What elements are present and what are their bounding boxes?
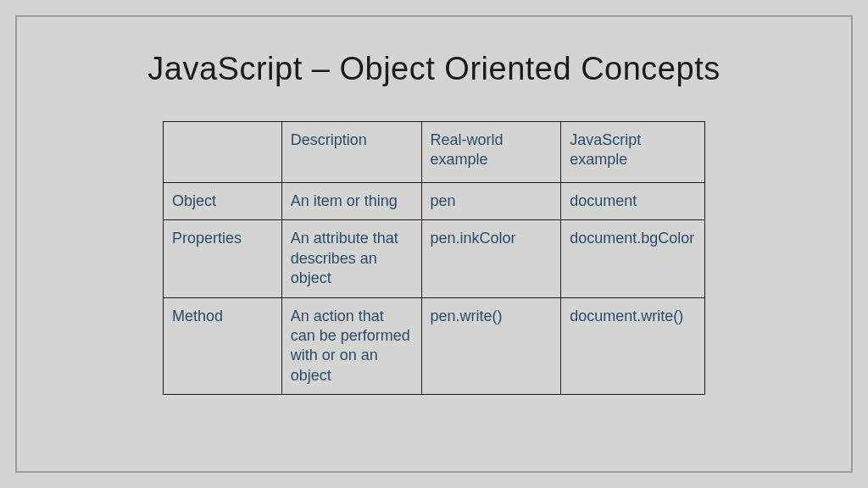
- header-description: Description: [281, 122, 421, 183]
- row-js: document: [561, 183, 705, 220]
- header-js: JavaScript example: [561, 122, 705, 183]
- row-realworld: pen.write(): [421, 297, 561, 395]
- row-label: Properties: [164, 220, 282, 297]
- page-title: JavaScript – Object Oriented Concepts: [68, 51, 800, 87]
- row-realworld: pen: [421, 183, 561, 220]
- header-realworld: Real-world example: [421, 122, 561, 183]
- row-js: document.write(): [561, 297, 705, 395]
- table-row: Properties An attribute that describes a…: [164, 220, 705, 297]
- row-realworld: pen.inkColor: [421, 220, 561, 297]
- row-js: document.bgColor: [561, 220, 705, 297]
- table-row: Method An action that can be performed w…: [164, 297, 705, 395]
- row-description: An action that can be performed with or …: [281, 297, 421, 395]
- row-label: Method: [164, 297, 282, 395]
- row-description: An attribute that describes an object: [281, 220, 421, 297]
- table-header-row: Description Real-world example JavaScrip…: [164, 122, 705, 183]
- row-description: An item or thing: [281, 183, 421, 220]
- concepts-table: Description Real-world example JavaScrip…: [163, 121, 705, 395]
- table-container: Description Real-world example JavaScrip…: [68, 121, 800, 395]
- header-empty: [164, 122, 282, 183]
- slide-frame: JavaScript – Object Oriented Concepts De…: [15, 15, 853, 473]
- table-row: Object An item or thing pen document: [164, 183, 705, 220]
- row-label: Object: [164, 183, 282, 220]
